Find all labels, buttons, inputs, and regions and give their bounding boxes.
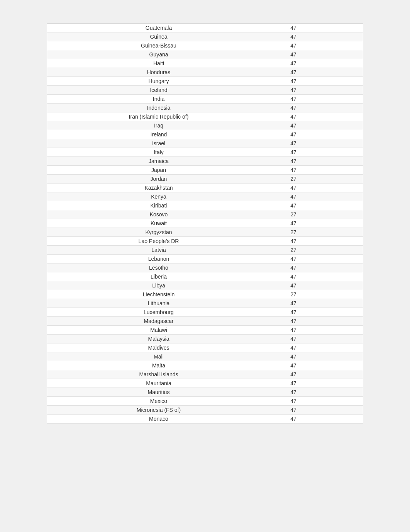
table-row: Japan47 — [47, 166, 363, 175]
country-cell: Japan — [47, 166, 270, 174]
country-cell: India — [47, 95, 270, 103]
country-cell: Malawi — [47, 326, 270, 334]
value-cell: 47 — [270, 157, 317, 165]
country-cell: Jamaica — [47, 157, 270, 165]
extra-cell — [317, 133, 363, 136]
country-cell: Malta — [47, 361, 270, 370]
country-cell: Malaysia — [47, 335, 270, 343]
extra-cell — [317, 187, 363, 189]
page-container: Guatemala47Guinea47Guinea-Bissau47Guyana… — [0, 0, 410, 532]
value-cell: 47 — [270, 112, 317, 121]
country-cell: Libya — [47, 281, 270, 290]
extra-cell — [317, 178, 363, 180]
value-cell: 47 — [270, 219, 317, 228]
extra-cell — [317, 160, 363, 162]
extra-cell — [317, 347, 363, 349]
value-cell: 47 — [270, 263, 317, 272]
country-cell: Maldives — [47, 343, 270, 352]
extra-cell — [317, 98, 363, 100]
extra-cell — [317, 418, 363, 420]
value-cell: 47 — [270, 397, 317, 405]
table-row: Kyrgyzstan27 — [47, 228, 363, 237]
country-cell: Lesotho — [47, 263, 270, 272]
extra-cell — [317, 27, 363, 29]
country-cell: Lao People’s DR — [47, 237, 270, 245]
country-cell: Kuwait — [47, 219, 270, 228]
table-row: Luxembourg47 — [47, 308, 363, 317]
table-row: Ireland47 — [47, 130, 363, 139]
table-row: Haiti47 — [47, 59, 363, 68]
country-cell: Israel — [47, 139, 270, 148]
table-row: Mauritania47 — [47, 379, 363, 388]
extra-cell — [317, 151, 363, 153]
value-cell: 47 — [270, 370, 317, 379]
extra-cell — [317, 44, 363, 47]
country-cell: Kazakhstan — [47, 184, 270, 192]
table-row: Liberia47 — [47, 272, 363, 281]
data-table: Guatemala47Guinea47Guinea-Bissau47Guyana… — [47, 23, 363, 423]
table-row: Kosovo27 — [47, 210, 363, 219]
table-row: Israel47 — [47, 139, 363, 148]
extra-cell — [317, 267, 363, 269]
value-cell: 47 — [270, 86, 317, 94]
country-cell: Guatemala — [47, 24, 270, 32]
table-row: Guinea-Bissau47 — [47, 41, 363, 50]
value-cell: 47 — [270, 361, 317, 370]
extra-cell — [317, 107, 363, 109]
table-row: Guatemala47 — [47, 24, 363, 32]
extra-cell — [317, 36, 363, 38]
extra-cell — [317, 53, 363, 56]
table-row: Latvia27 — [47, 246, 363, 255]
value-cell: 47 — [270, 326, 317, 334]
value-cell: 47 — [270, 281, 317, 290]
table-row: Guinea47 — [47, 32, 363, 41]
extra-cell — [317, 320, 363, 322]
table-row: Liechtenstein27 — [47, 290, 363, 299]
country-cell: Mauritania — [47, 379, 270, 388]
table-row: Mali47 — [47, 352, 363, 361]
extra-cell — [317, 249, 363, 251]
extra-cell — [317, 364, 363, 367]
value-cell: 47 — [270, 415, 317, 423]
table-row: Italy47 — [47, 148, 363, 157]
extra-cell — [317, 258, 363, 260]
table-row: Madagascar47 — [47, 317, 363, 326]
value-cell: 47 — [270, 50, 317, 59]
country-cell: Jordan — [47, 175, 270, 183]
extra-cell — [317, 400, 363, 402]
table-row: Marshall Islands47 — [47, 370, 363, 379]
country-cell: Lithuania — [47, 299, 270, 308]
value-cell: 47 — [270, 317, 317, 325]
value-cell: 27 — [270, 210, 317, 219]
extra-cell — [317, 231, 363, 233]
value-cell: 47 — [270, 343, 317, 352]
table-row: Honduras47 — [47, 68, 363, 77]
extra-cell — [317, 240, 363, 242]
value-cell: 47 — [270, 272, 317, 281]
table-row: Kiribati47 — [47, 201, 363, 210]
extra-cell — [317, 195, 363, 198]
country-cell: Guinea — [47, 32, 270, 41]
table-row: Lesotho47 — [47, 263, 363, 272]
value-cell: 47 — [270, 59, 317, 68]
table-row: Jamaica47 — [47, 157, 363, 166]
country-cell: Liberia — [47, 272, 270, 281]
value-cell: 47 — [270, 166, 317, 174]
extra-cell — [317, 355, 363, 358]
value-cell: 47 — [270, 148, 317, 156]
table-row: Indonesia47 — [47, 104, 363, 112]
value-cell: 47 — [270, 139, 317, 148]
country-cell: Luxembourg — [47, 308, 270, 316]
value-cell: 47 — [270, 95, 317, 103]
extra-cell — [317, 222, 363, 224]
table-row: Guyana47 — [47, 50, 363, 59]
extra-cell — [317, 116, 363, 118]
country-cell: Hungary — [47, 77, 270, 85]
value-cell: 47 — [270, 77, 317, 85]
country-cell: Kiribati — [47, 201, 270, 210]
country-cell: Madagascar — [47, 317, 270, 325]
extra-cell — [317, 124, 363, 127]
value-cell: 47 — [270, 184, 317, 192]
value-cell: 47 — [270, 121, 317, 130]
country-cell: Liechtenstein — [47, 290, 270, 299]
